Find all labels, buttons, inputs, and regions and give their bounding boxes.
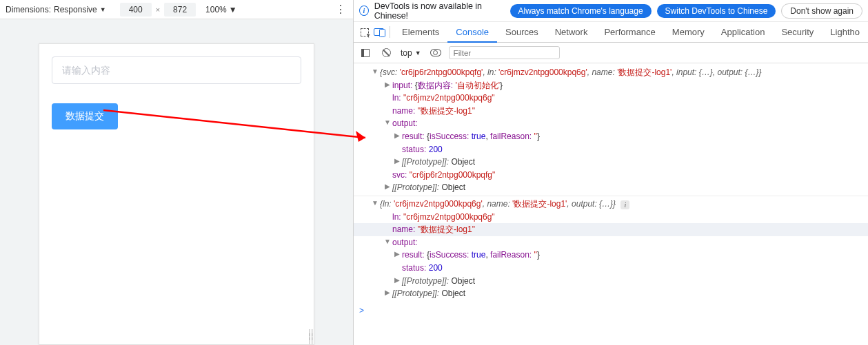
devtools-tabs: Elements Console Sources Network Perform… — [354, 22, 868, 43]
times-separator: × — [156, 6, 160, 14]
console-row[interactable]: ▼ {svc: 'cr6jp6r2ntpg000kpqfg', ln: 'cr6… — [354, 66, 868, 79]
console-row[interactable]: ▶ input: {数据内容: '自动初始化'} — [354, 79, 868, 92]
context-select[interactable]: top ▼ — [399, 48, 423, 58]
language-banner: i DevTools is now available in Chinese! … — [354, 0, 868, 22]
console-row[interactable]: status: 200 — [354, 262, 868, 275]
console-output: ▼ {svc: 'cr6jp6r2ntpg000kpqfg', ln: 'cr6… — [354, 63, 868, 345]
submit-button[interactable]: 数据提交 — [52, 103, 118, 129]
console-row[interactable]: ▶ result: {isSuccess: true, failReason: … — [354, 249, 868, 262]
separator — [390, 26, 390, 38]
resize-handle-icon[interactable]: |||||| — [309, 331, 314, 343]
info-badge-icon[interactable]: i — [620, 200, 629, 209]
console-toolbar: top ▼ — [354, 43, 868, 63]
width-input[interactable] — [120, 3, 152, 17]
devtools-pane: i DevTools is now available in Chinese! … — [354, 0, 868, 345]
tab-sources[interactable]: Sources — [497, 22, 547, 42]
dimensions-label: Dimensions: — [6, 5, 51, 14]
zoom-value: 100% — [205, 5, 227, 14]
console-row[interactable]: ▼ {ln: 'cr6jmzv2ntpg000kpq6g', name: '数据… — [354, 196, 868, 211]
expand-toggle-icon[interactable]: ▼ — [384, 117, 391, 128]
console-row[interactable]: ▶ [[Prototype]]: Object — [354, 156, 868, 169]
console-row[interactable]: ▼ output: — [354, 236, 868, 249]
chevron-down-icon: ▼ — [100, 6, 106, 13]
expand-toggle-icon[interactable]: ▶ — [384, 79, 391, 90]
expand-toggle-icon[interactable]: ▶ — [384, 181, 391, 192]
device-toolbar: Dimensions: Responsive ▼ × 100% ▼ ⋮ — [0, 0, 353, 19]
console-row[interactable]: name: "数据提交-log1" — [354, 223, 868, 236]
tab-network[interactable]: Network — [547, 22, 596, 42]
height-input[interactable] — [164, 3, 196, 17]
responsive-preview-pane: Dimensions: Responsive ▼ × 100% ▼ ⋮ 数据提交… — [0, 0, 354, 345]
live-expression-icon[interactable] — [428, 49, 443, 56]
expand-toggle-icon[interactable]: ▶ — [394, 249, 401, 260]
device-frame: 数据提交 — [39, 43, 314, 345]
console-row[interactable]: ln: "cr6jmzv2ntpg000kpq6g" — [354, 92, 868, 105]
tab-performance[interactable]: Performance — [596, 22, 663, 42]
filter-input[interactable] — [449, 46, 560, 59]
log-summary: {svc: 'cr6jp6r2ntpg000kpqfg', ln: 'cr6jm… — [372, 67, 762, 77]
dimension-mode: Responsive — [54, 5, 97, 14]
tab-console[interactable]: Console — [447, 22, 497, 43]
tab-application[interactable]: Application — [713, 22, 774, 42]
more-options-icon[interactable]: ⋮ — [335, 6, 346, 13]
tab-memory[interactable]: Memory — [664, 22, 713, 42]
console-row[interactable]: status: 200 — [354, 143, 868, 156]
tab-security[interactable]: Security — [773, 22, 822, 42]
console-row[interactable]: ▶ [[Prototype]]: Object — [354, 275, 868, 288]
console-row[interactable]: ▶ [[Prototype]]: Object — [354, 287, 868, 300]
dismiss-button[interactable]: Don't show again — [781, 3, 862, 19]
console-row[interactable]: ▶ result: {isSuccess: true, failReason: … — [354, 130, 868, 143]
expand-toggle-icon[interactable]: ▶ — [384, 287, 391, 298]
console-row[interactable]: svc: "cr6jp6r2ntpg000kpqfg" — [354, 169, 868, 182]
console-row[interactable]: ln: "cr6jmzv2ntpg000kpq6g" — [354, 211, 868, 224]
console-row[interactable]: ▼ output: — [354, 117, 868, 130]
chevron-down-icon: ▼ — [229, 5, 237, 14]
always-match-button[interactable]: Always match Chrome's language — [510, 4, 652, 18]
banner-message: DevTools is now available in Chinese! — [374, 1, 505, 21]
info-icon: i — [359, 6, 369, 16]
switch-language-button[interactable]: Switch DevTools to Chinese — [657, 4, 776, 18]
expand-toggle-icon[interactable]: ▶ — [394, 130, 401, 141]
chevron-down-icon: ▼ — [415, 50, 421, 56]
expand-toggle-icon[interactable]: ▶ — [394, 275, 401, 286]
tab-lighthouse[interactable]: Lightho — [822, 22, 868, 42]
log-summary: {ln: 'cr6jmzv2ntpg000kpq6g', name: '数据提交… — [372, 199, 629, 209]
toggle-device-icon[interactable] — [372, 22, 387, 42]
clear-console-icon[interactable] — [379, 48, 394, 57]
expand-toggle-icon[interactable]: ▼ — [384, 236, 391, 247]
console-row[interactable]: name: "数据提交-log1" — [354, 105, 868, 118]
tab-elements[interactable]: Elements — [394, 22, 447, 42]
expand-toggle-icon[interactable]: ▼ — [372, 66, 379, 77]
console-prompt[interactable]: > — [354, 304, 868, 317]
content-input[interactable] — [52, 56, 301, 84]
console-row[interactable]: ▶ [[Prototype]]: Object — [354, 181, 868, 194]
expand-toggle-icon[interactable]: ▶ — [394, 156, 401, 167]
dimensions-select[interactable]: Dimensions: Responsive ▼ — [6, 5, 106, 14]
toggle-sidebar-icon[interactable] — [358, 49, 373, 57]
inspect-element-icon[interactable] — [358, 22, 372, 42]
expand-toggle-icon[interactable]: ▼ — [372, 198, 379, 209]
dimensions-inputs: × — [120, 3, 196, 17]
preview-stage: 数据提交 |||||| — [0, 19, 353, 345]
context-value: top — [401, 48, 412, 58]
zoom-select[interactable]: 100% ▼ — [205, 5, 237, 14]
